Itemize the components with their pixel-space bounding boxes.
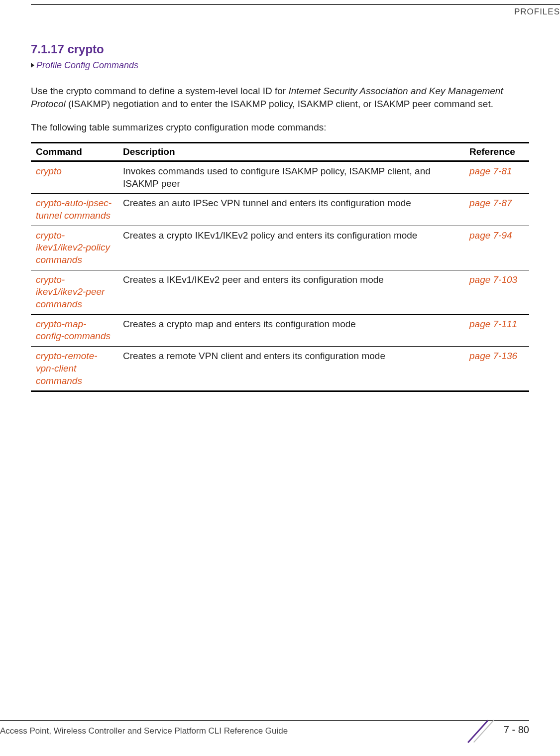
command-link[interactable]: crypto-auto-ipsec-tunnel commands	[36, 198, 112, 221]
command-link[interactable]: crypto-ikev1/ikev2-policy commands	[36, 230, 110, 265]
footer-guide-title: Access Point, Wireless Controller and Se…	[0, 726, 288, 736]
footer-rule	[0, 720, 529, 721]
table-row: crypto-map-config-commands Creates a cry…	[31, 314, 529, 346]
reference-link[interactable]: page 7-87	[469, 198, 512, 208]
header-rule	[31, 4, 560, 5]
command-link[interactable]: crypto-remote-vpn-client commands	[36, 351, 98, 385]
reference-link[interactable]: page 7-94	[469, 230, 512, 241]
table-row: crypto-remote-vpn-client commands Create…	[31, 347, 529, 391]
command-link[interactable]: crypto-map-config-commands	[36, 319, 111, 342]
table-row: crypto-ikev1/ikev2-policy commands Creat…	[31, 226, 529, 270]
table-row: crypto-ikev1/ikev2-peer commands Creates…	[31, 270, 529, 314]
command-description: Invokes commands used to configure ISAKM…	[118, 161, 464, 193]
command-description: Creates a remote VPN client and enters i…	[118, 347, 464, 391]
command-description: Creates an auto IPSec VPN tunnel and ent…	[118, 194, 464, 226]
intro-paragraph: Use the crypto command to define a syste…	[31, 85, 529, 110]
section-heading: 7.1.17 crypto	[31, 42, 529, 56]
command-link[interactable]: crypto	[36, 166, 62, 176]
command-description: Creates a IKEv1/IKEv2 peer and enters it…	[118, 270, 464, 314]
command-description: Creates a crypto map and enters its conf…	[118, 314, 464, 346]
table-row: crypto-auto-ipsec-tunnel commands Create…	[31, 194, 529, 226]
reference-link[interactable]: page 7-136	[469, 351, 517, 361]
command-description: Creates a crypto IKEv1/IKEv2 policy and …	[118, 226, 464, 270]
table-lead-paragraph: The following table summarizes crypto co…	[31, 121, 529, 134]
arrow-right-icon	[31, 63, 34, 68]
breadcrumb-link[interactable]: Profile Config Commands	[36, 60, 138, 70]
reference-link[interactable]: page 7-103	[469, 274, 517, 285]
intro-text-2: (ISAKMP) negotiation and to enter the IS…	[66, 99, 493, 109]
breadcrumb[interactable]: Profile Config Commands	[31, 60, 529, 71]
page-footer: Access Point, Wireless Controller and Se…	[0, 723, 560, 743]
content-area: 7.1.17 crypto Profile Config Commands Us…	[31, 42, 529, 392]
reference-link[interactable]: page 7-81	[469, 166, 512, 176]
command-link[interactable]: crypto-ikev1/ikev2-peer commands	[36, 274, 105, 309]
table-header-row: Command Description Reference	[31, 142, 529, 161]
table-row: crypto Invokes commands used to configur…	[31, 161, 529, 193]
th-command: Command	[31, 142, 118, 161]
header-section-label: PROFILES	[514, 7, 560, 17]
th-description: Description	[118, 142, 464, 161]
th-reference: Reference	[464, 142, 529, 161]
page-container: PROFILES 7.1.17 crypto Profile Config Co…	[0, 0, 560, 756]
reference-link[interactable]: page 7-111	[469, 319, 517, 329]
brand-slash-icon	[467, 720, 493, 744]
footer-page-number: 7 - 80	[504, 724, 529, 736]
commands-table: Command Description Reference crypto Inv…	[31, 142, 529, 392]
intro-text-1: Use the crypto command to define a syste…	[31, 86, 288, 96]
